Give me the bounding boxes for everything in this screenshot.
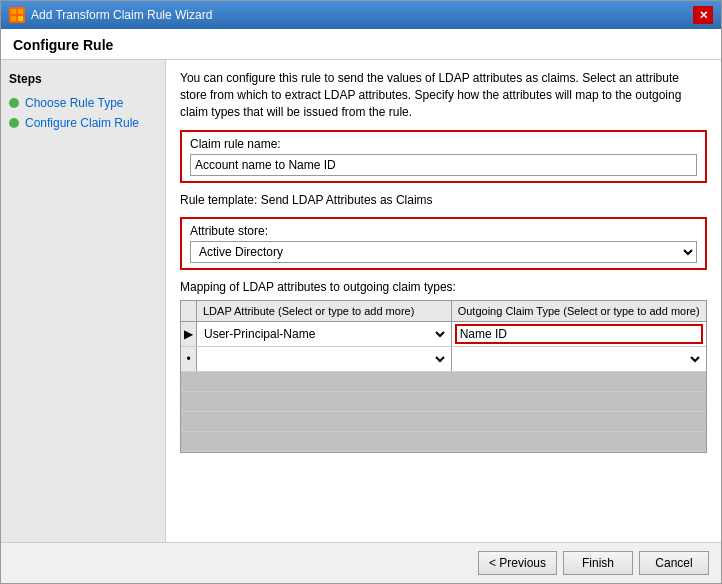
sidebar-label-choose-rule-type: Choose Rule Type xyxy=(25,96,124,110)
outgoing-claim-select-empty[interactable] xyxy=(455,349,703,369)
mapping-table: LDAP Attribute (Select or type to add mo… xyxy=(181,301,706,452)
sidebar-item-configure-claim-rule[interactable]: Configure Claim Rule xyxy=(9,116,157,130)
finish-label: Finish xyxy=(582,556,614,570)
claim-rule-name-group: Claim rule name: xyxy=(180,130,707,183)
row-arrow-cell: ▶ xyxy=(181,322,197,347)
gray-cell-4 xyxy=(181,432,706,452)
step-indicator-1 xyxy=(9,98,19,108)
col-header-claim: Outgoing Claim Type (Select or type to a… xyxy=(451,301,706,322)
previous-label: < Previous xyxy=(489,556,546,570)
table-gray-row-1 xyxy=(181,372,706,392)
mapping-table-container: LDAP Attribute (Select or type to add mo… xyxy=(180,300,707,453)
sidebar-item-choose-rule-type[interactable]: Choose Rule Type xyxy=(9,96,157,110)
right-panel: You can configure this rule to send the … xyxy=(166,60,721,542)
main-window: Add Transform Claim Rule Wizard ✕ Config… xyxy=(0,0,722,584)
step-indicator-2 xyxy=(9,118,19,128)
main-content: Steps Choose Rule Type Configure Claim R… xyxy=(1,60,721,542)
gray-cell-2 xyxy=(181,392,706,412)
row-dot-cell: • xyxy=(181,347,197,372)
close-button[interactable]: ✕ xyxy=(693,6,713,24)
sidebar: Steps Choose Rule Type Configure Claim R… xyxy=(1,60,166,542)
title-bar: Add Transform Claim Rule Wizard ✕ xyxy=(1,1,721,29)
ldap-attribute-cell: User-Principal-Name xyxy=(197,322,452,347)
cancel-button[interactable]: Cancel xyxy=(639,551,709,575)
page-title: Configure Rule xyxy=(13,37,709,53)
table-row: ▶ User-Principal-Name xyxy=(181,322,706,347)
window-icon xyxy=(9,7,25,23)
svg-rect-3 xyxy=(18,16,23,21)
svg-rect-2 xyxy=(11,16,16,21)
gray-cell-1 xyxy=(181,372,706,392)
sidebar-title: Steps xyxy=(9,72,157,86)
claim-rule-name-input[interactable] xyxy=(190,154,697,176)
description-text: You can configure this rule to send the … xyxy=(180,70,707,120)
previous-button[interactable]: < Previous xyxy=(478,551,557,575)
finish-button[interactable]: Finish xyxy=(563,551,633,575)
svg-rect-1 xyxy=(18,9,23,14)
attribute-store-select[interactable]: Active Directory xyxy=(190,241,697,263)
table-gray-row-3 xyxy=(181,412,706,432)
sidebar-label-configure-claim-rule: Configure Claim Rule xyxy=(25,116,139,130)
rule-template-text: Rule template: Send LDAP Attributes as C… xyxy=(180,193,707,207)
window-title: Add Transform Claim Rule Wizard xyxy=(31,8,212,22)
col-header-ldap: LDAP Attribute (Select or type to add mo… xyxy=(197,301,452,322)
ldap-attribute-select[interactable]: User-Principal-Name xyxy=(200,324,448,344)
mapping-label: Mapping of LDAP attributes to outgoing c… xyxy=(180,280,707,294)
gray-cell-3 xyxy=(181,412,706,432)
cancel-label: Cancel xyxy=(655,556,692,570)
claim-rule-name-label: Claim rule name: xyxy=(190,137,697,151)
outgoing-claim-input[interactable] xyxy=(455,324,703,344)
table-gray-row-2 xyxy=(181,392,706,412)
col-header-arrow xyxy=(181,301,197,322)
table-gray-row-4 xyxy=(181,432,706,452)
title-bar-left: Add Transform Claim Rule Wizard xyxy=(9,7,212,23)
outgoing-claim-cell xyxy=(451,322,706,347)
attribute-store-label: Attribute store: xyxy=(190,224,697,238)
ldap-attribute-cell-empty xyxy=(197,347,452,372)
svg-rect-0 xyxy=(11,9,16,14)
footer: < Previous Finish Cancel xyxy=(1,542,721,583)
page-heading: Configure Rule xyxy=(1,29,721,60)
outgoing-claim-cell-empty xyxy=(451,347,706,372)
attribute-store-group: Attribute store: Active Directory xyxy=(180,217,707,270)
ldap-attribute-select-empty[interactable] xyxy=(200,349,448,369)
table-row-empty: • xyxy=(181,347,706,372)
